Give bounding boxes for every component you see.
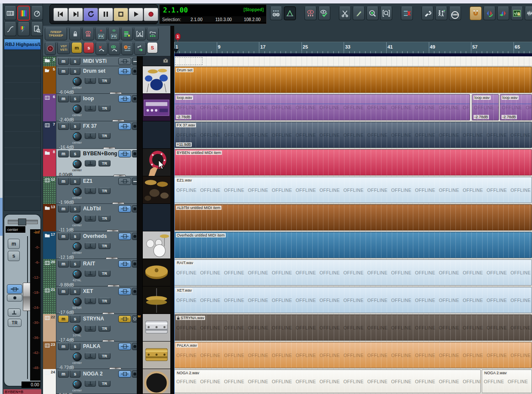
pan-knob[interactable] xyxy=(73,352,82,361)
media-item-clip[interactable]: NOGA 2.wavOFFLINEOFFLINEOFFLINEOFFLINEOF… xyxy=(482,369,532,393)
play-button[interactable] xyxy=(129,8,143,21)
track-solo-button[interactable]: s xyxy=(70,150,80,157)
cut-button[interactable] xyxy=(339,6,351,20)
fx-list-empty-row[interactable] xyxy=(4,99,40,115)
track-tr-button[interactable]: TR xyxy=(98,105,111,111)
track-color-strip[interactable]: 5 xyxy=(43,66,56,94)
performers-button[interactable] xyxy=(435,6,447,20)
stop-button[interactable] xyxy=(114,8,128,21)
track-mute-button[interactable]: m xyxy=(58,58,69,65)
hide-mixer-button[interactable] xyxy=(82,28,94,40)
fx-list-empty-row[interactable] xyxy=(4,164,40,181)
actions-wrench-button[interactable] xyxy=(421,6,434,20)
arrange-row[interactable]: NOGA 2.wavOFFLINEOFFLINEOFFLINEOFFLINEOF… xyxy=(174,369,532,394)
fx-list-item[interactable]: RBJ Highpass/Low xyxy=(4,39,40,50)
zoom-tool-button[interactable] xyxy=(380,6,392,20)
track-thumbnail[interactable] xyxy=(142,94,170,121)
ripple-all-button[interactable] xyxy=(497,6,509,20)
track-routing-button[interactable] xyxy=(118,288,131,295)
track-color-strip[interactable]: 2 xyxy=(43,56,56,66)
track-solo-button[interactable]: s xyxy=(70,288,80,295)
go-end-button[interactable] xyxy=(68,8,83,21)
track-color-strip[interactable]: 17 xyxy=(43,231,56,259)
knob-list-button[interactable] xyxy=(121,42,133,55)
env-show-button[interactable] xyxy=(108,42,120,55)
media-item-clip[interactable]: XET.wavOFFLINEOFFLINEOFFLINEOFFLINEOFFLI… xyxy=(174,287,532,313)
solo-defeat-button[interactable]: S xyxy=(147,42,158,53)
fx-list-empty-row[interactable] xyxy=(4,83,40,99)
snap-magnet-button[interactable] xyxy=(470,6,482,20)
track-mute-button[interactable]: m xyxy=(58,150,69,157)
record-arm-all-button[interactable] xyxy=(45,42,56,55)
track-env-button[interactable] xyxy=(85,353,96,359)
item-colors-button[interactable] xyxy=(18,6,30,20)
cut-items-button[interactable] xyxy=(134,28,146,40)
arrange-row[interactable]: BYBEN untitled MIDI item xyxy=(174,149,532,176)
track-thumbnail[interactable] xyxy=(142,176,170,204)
marker-flag[interactable]: 1 xyxy=(175,33,181,40)
arrange-row[interactable] xyxy=(174,56,532,66)
track-tr-button[interactable]: TR xyxy=(98,77,111,84)
track-env-button[interactable] xyxy=(85,132,96,139)
track-env-button[interactable] xyxy=(85,77,96,84)
media-item-clip[interactable]: FX 37.wavOFFLINEOFFLINEOFFLINEOFFLINEOFF… xyxy=(174,122,532,148)
pencil-button[interactable] xyxy=(353,6,365,20)
track-solo-button[interactable]: s xyxy=(70,95,80,102)
arrange-row[interactable]: FX 37.wavOFFLINEOFFLINEOFFLINEOFFLINEOFF… xyxy=(174,121,532,149)
track-tr-button[interactable]: TR xyxy=(98,215,111,222)
track-thumbnail[interactable] xyxy=(142,149,170,176)
track-env-button[interactable] xyxy=(85,380,96,387)
track-solo-button[interactable]: s xyxy=(70,315,80,323)
media-item-clip[interactable]: Drum set xyxy=(174,67,532,93)
track-color-strip[interactable]: 8 xyxy=(43,149,56,176)
pan-knob[interactable] xyxy=(73,77,82,86)
track-thumbnail[interactable] xyxy=(142,314,170,342)
fx-list-empty-row[interactable] xyxy=(4,50,40,66)
fx-list-empty-row[interactable] xyxy=(4,132,40,148)
fx-list-empty-row[interactable] xyxy=(4,181,40,197)
track-mute-button[interactable]: m xyxy=(58,343,69,350)
track-tr-button[interactable]: TR xyxy=(98,132,111,139)
arrange-row[interactable]: Drum set xyxy=(174,66,532,94)
pan-knob[interactable] xyxy=(73,297,82,306)
mixer-pan-handle[interactable] xyxy=(18,219,26,225)
fx-bypass-button[interactable]: FX xyxy=(95,28,107,40)
show-all-button[interactable] xyxy=(318,6,330,20)
mixer-env-button[interactable] xyxy=(8,308,21,317)
fx-list-empty-row[interactable] xyxy=(4,66,40,83)
track-mute-button[interactable]: m xyxy=(58,370,69,378)
folder-routing-button[interactable] xyxy=(147,28,159,40)
arrange-row[interactable]: ALbTbI untitled MIDI item xyxy=(174,204,532,231)
pan-knob[interactable] xyxy=(73,132,82,141)
track-routing-button[interactable] xyxy=(118,343,131,350)
record-button[interactable] xyxy=(144,8,158,21)
track-mute-button[interactable]: m xyxy=(58,315,69,323)
track-solo-button[interactable]: s xyxy=(70,260,80,268)
track-tr-button[interactable]: TR xyxy=(98,325,111,332)
zoom-preset-button[interactable] xyxy=(270,6,282,20)
track-env-button[interactable] xyxy=(85,298,96,304)
track-color-strip[interactable]: 13 xyxy=(43,204,56,231)
paint-items-button[interactable] xyxy=(18,22,30,36)
mute-all-button[interactable]: m xyxy=(71,42,82,53)
track-routing-button[interactable] xyxy=(118,68,131,75)
track-mute-button[interactable]: m xyxy=(58,68,69,75)
player-tracker-button[interactable]: ПЛЕЕРТРЕККЕР xyxy=(45,28,67,40)
doc-search-button[interactable] xyxy=(31,22,43,36)
track-thumbnail[interactable] xyxy=(142,342,170,369)
env-hide-button[interactable] xyxy=(95,42,108,55)
track-routing-button[interactable] xyxy=(118,95,131,102)
arrange-row[interactable]: XET.wavOFFLINEOFFLINEOFFLINEOFFLINEOFFLI… xyxy=(174,286,532,314)
track-solo-button[interactable]: s xyxy=(70,205,80,212)
left-scrollbar[interactable] xyxy=(0,3,3,394)
track-env-button[interactable] xyxy=(85,188,96,194)
repeat-button[interactable] xyxy=(83,8,98,21)
track-solo-button[interactable]: s xyxy=(70,370,80,378)
track-env-button[interactable] xyxy=(85,105,96,111)
track-tr-button[interactable]: TR xyxy=(98,188,111,194)
track-tr-button[interactable]: TR xyxy=(98,353,111,359)
lock-tracks-button[interactable] xyxy=(69,28,81,40)
track-env-button[interactable] xyxy=(85,325,96,332)
track-color-strip[interactable]: 22 xyxy=(43,314,56,342)
arrange-row[interactable]: RAIT.wavOFFLINEOFFLINEOFFLINEOFFLINEOFFL… xyxy=(174,259,532,286)
